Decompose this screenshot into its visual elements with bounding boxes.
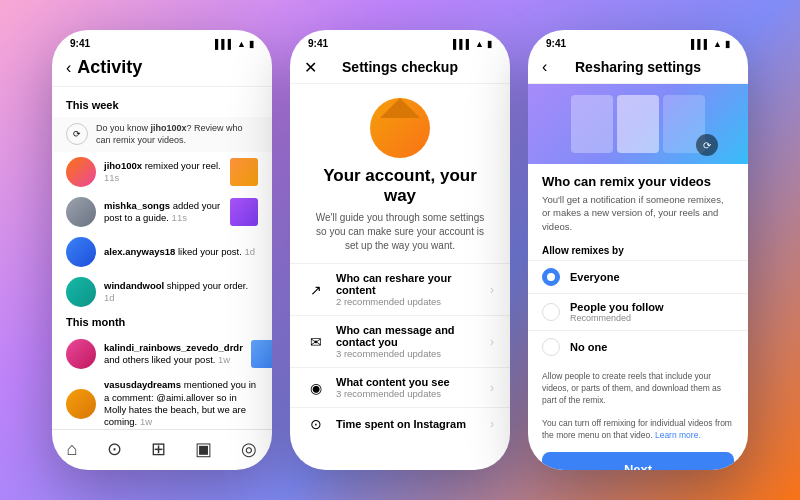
bottom-navigation: ⌂ ⊙ ⊞ ▣ ◎ — [52, 429, 272, 470]
phone-activity: 9:41 ▌▌▌ ▲ ▮ ‹ Activity This week ⟳ Do y… — [52, 30, 272, 470]
radio-option-noone[interactable]: No one — [528, 330, 748, 363]
avatar — [66, 197, 96, 227]
chevron-right-icon: › — [490, 335, 494, 349]
section-this-month: This month — [52, 312, 272, 334]
remix-notice[interactable]: ⟳ Do you know jiho100x? Review who can r… — [52, 117, 272, 152]
settings-item-title: Time spent on Instagram — [336, 418, 480, 430]
list-item[interactable]: mishka_songs added your post to a guide.… — [52, 192, 272, 232]
following-sublabel: Recommended — [570, 313, 664, 323]
thumbnail — [251, 340, 272, 368]
settings-checkup-header: ✕ Settings checkup — [290, 53, 510, 84]
radio-option-following[interactable]: People you follow Recommended — [528, 293, 748, 330]
signal-icon: ▌▌▌ — [215, 39, 234, 49]
banner-photo — [571, 95, 613, 153]
settings-item-reshare[interactable]: ↗ Who can reshare your content 2 recomme… — [290, 263, 510, 315]
chevron-right-icon: › — [490, 381, 494, 395]
avatar — [66, 277, 96, 307]
status-time-3: 9:41 — [546, 38, 566, 49]
page-title: Settings checkup — [342, 59, 458, 75]
remix-notice-text: Do you know jiho100x? Review who can rem… — [96, 123, 258, 146]
status-icons-3: ▌▌▌ ▲ ▮ — [691, 39, 730, 49]
phone-resharing-settings: 9:41 ▌▌▌ ▲ ▮ ‹ Resharing settings ⟳ Who … — [528, 30, 748, 470]
shop-icon[interactable]: ▣ — [195, 438, 212, 460]
settings-checkup-content: Your account, your way We'll guide you t… — [290, 84, 510, 470]
avatar — [66, 237, 96, 267]
settings-item-message[interactable]: ✉ Who can message and contact you 3 reco… — [290, 315, 510, 367]
resharing-description: You'll get a notification if someone rem… — [528, 193, 748, 241]
phone-settings-checkup: 9:41 ▌▌▌ ▲ ▮ ✕ Settings checkup Your acc… — [290, 30, 510, 470]
signal-icon: ▌▌▌ — [453, 39, 472, 49]
add-icon[interactable]: ⊞ — [151, 438, 166, 460]
activity-feed: This week ⟳ Do you know jiho100x? Review… — [52, 87, 272, 429]
back-icon[interactable]: ‹ — [66, 59, 71, 77]
radio-button[interactable] — [542, 338, 560, 356]
resharing-banner: ⟳ — [528, 84, 748, 164]
avatar — [66, 157, 96, 187]
radio-button[interactable] — [542, 303, 560, 321]
thumbnail — [230, 198, 258, 226]
status-icons-1: ▌▌▌ ▲ ▮ — [215, 39, 254, 49]
remix-icon: ⟳ — [66, 123, 88, 145]
page-title: Resharing settings — [575, 59, 701, 75]
battery-icon: ▮ — [725, 39, 730, 49]
status-bar-1: 9:41 ▌▌▌ ▲ ▮ — [52, 30, 272, 53]
avatar — [66, 339, 96, 369]
checkup-headline: Your account, your way — [290, 166, 510, 206]
activity-text: windandwool shipped your order. 1d — [104, 280, 258, 305]
resharing-content: ⟳ Who can remix your videos You'll get a… — [528, 84, 748, 470]
search-icon[interactable]: ⊙ — [107, 438, 122, 460]
activity-text: kalindi_rainbows_zevedo_drdr and others … — [104, 342, 243, 367]
settings-item-content[interactable]: ◉ What content you see 3 recommended upd… — [290, 367, 510, 407]
list-item[interactable]: alex.anyways18 liked your post. 1d — [52, 232, 272, 272]
close-button[interactable]: ✕ — [304, 58, 317, 77]
settings-item-title: Who can message and contact you — [336, 324, 480, 348]
settings-item-title: Who can reshare your content — [336, 272, 480, 296]
status-time-1: 9:41 — [70, 38, 90, 49]
status-bar-3: 9:41 ▌▌▌ ▲ ▮ — [528, 30, 748, 53]
radio-label-group: No one — [570, 341, 607, 353]
settings-item-text: What content you see 3 recommended updat… — [336, 376, 480, 399]
profile-avatar — [370, 98, 430, 158]
settings-item-subtitle: 3 recommended updates — [336, 388, 480, 399]
home-icon[interactable]: ⌂ — [67, 439, 78, 460]
radio-option-everyone[interactable]: Everyone — [528, 260, 748, 293]
battery-icon: ▮ — [487, 39, 492, 49]
back-button[interactable]: ‹ — [542, 58, 547, 76]
status-icons-2: ▌▌▌ ▲ ▮ — [453, 39, 492, 49]
list-item[interactable]: vasusdaydreams mentioned you in a commen… — [52, 374, 272, 429]
reshare-icon: ↗ — [306, 282, 326, 298]
list-item[interactable]: jiho100x remixed your reel. 11s — [52, 152, 272, 192]
wifi-icon: ▲ — [237, 39, 246, 49]
learn-more-link[interactable]: Learn more. — [655, 430, 701, 440]
message-icon: ✉ — [306, 334, 326, 350]
list-item[interactable]: windandwool shipped your order. 1d — [52, 272, 272, 312]
profile-icon[interactable]: ◎ — [241, 438, 257, 460]
radio-button-selected[interactable] — [542, 268, 560, 286]
radio-label: Everyone — [570, 271, 620, 283]
status-time-2: 9:41 — [308, 38, 328, 49]
activity-text: alex.anyways18 liked your post. 1d — [104, 246, 258, 258]
chevron-right-icon: › — [490, 417, 494, 431]
clock-icon: ⊙ — [306, 416, 326, 432]
settings-item-time[interactable]: ⊙ Time spent on Instagram › — [290, 407, 510, 440]
activity-text: jiho100x remixed your reel. 11s — [104, 160, 222, 185]
settings-item-text: Who can reshare your content 2 recommend… — [336, 272, 480, 307]
list-item[interactable]: kalindi_rainbows_zevedo_drdr and others … — [52, 334, 272, 374]
signal-icon: ▌▌▌ — [691, 39, 710, 49]
section-this-week: This week — [52, 95, 272, 117]
settings-item-subtitle: 2 recommended updates — [336, 296, 480, 307]
hat-decoration — [380, 98, 420, 118]
next-button[interactable]: Next — [542, 452, 734, 470]
battery-icon: ▮ — [249, 39, 254, 49]
activity-text: mishka_songs added your post to a guide.… — [104, 200, 222, 225]
everyone-label: Everyone — [570, 271, 620, 283]
radio-inner — [547, 273, 555, 281]
banner-photo — [617, 95, 659, 153]
settings-item-text: Time spent on Instagram — [336, 418, 480, 430]
resharing-header: ‹ Resharing settings — [528, 53, 748, 84]
settings-item-text: Who can message and contact you 3 recomm… — [336, 324, 480, 359]
noone-label: No one — [570, 341, 607, 353]
settings-item-subtitle: 3 recommended updates — [336, 348, 480, 359]
settings-item-title: What content you see — [336, 376, 480, 388]
status-bar-2: 9:41 ▌▌▌ ▲ ▮ — [290, 30, 510, 53]
